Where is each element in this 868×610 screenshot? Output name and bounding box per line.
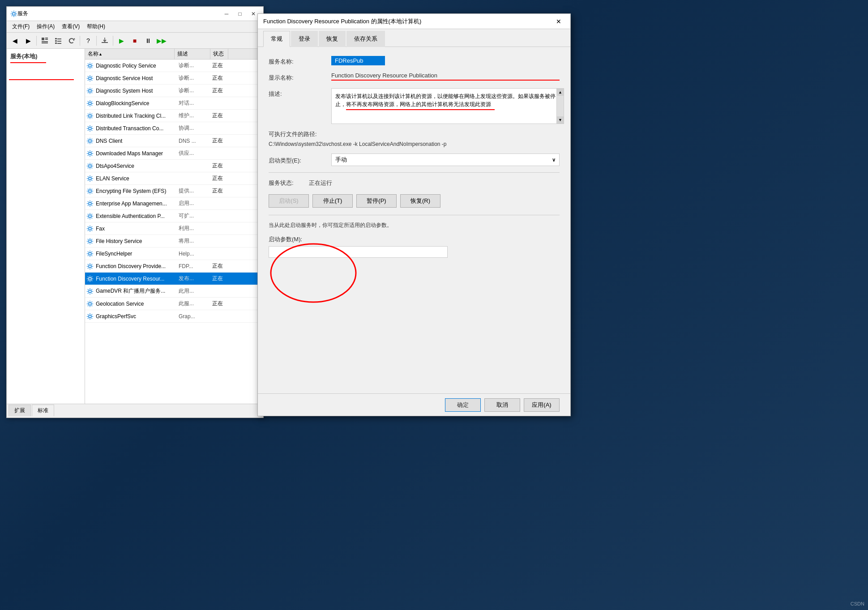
svg-point-0: [13, 13, 15, 15]
display-name-row: 显示名称: Function Discovery Resource Public…: [269, 72, 560, 82]
service-gear-icon: [86, 149, 94, 158]
service-desc-text: 此用...: [179, 287, 212, 295]
toolbar-stop[interactable]: ■: [128, 34, 141, 47]
tab-extended[interactable]: 扩展: [9, 405, 31, 416]
service-desc-text: 诊断...: [179, 62, 212, 69]
toolbar-forward[interactable]: ▶: [22, 34, 34, 47]
service-desc-text: 此服...: [179, 300, 212, 307]
toolbar-play[interactable]: ▶: [115, 34, 128, 47]
dialog-tabs: 常规 登录 恢复 依存关系: [258, 29, 570, 47]
startup-type-select[interactable]: 手动 ∨: [331, 154, 560, 166]
description-box: 发布该计算机以及连接到该计算机的资源，以便能够在网络上发现这些资源。如果该服务被…: [331, 88, 564, 124]
header-name[interactable]: 名称 ▲: [85, 49, 175, 59]
toolbar-details[interactable]: [38, 34, 51, 47]
service-status-text: 正在: [212, 162, 230, 170]
service-desc-text: 协调...: [179, 124, 212, 132]
startup-param-input[interactable]: [269, 246, 448, 258]
service-name-text: DNS Client: [96, 138, 179, 144]
svg-point-28: [89, 252, 91, 255]
menu-view[interactable]: 查看(V): [58, 21, 83, 32]
menu-file[interactable]: 文件(F): [9, 21, 33, 32]
menu-bar: 文件(F) 操作(A) 查看(V) 帮助(H): [7, 21, 263, 33]
svg-point-26: [89, 227, 91, 230]
service-item[interactable]: Distributed Transaction Co...协调...: [85, 122, 263, 135]
service-item[interactable]: Extensible Authentication P...可扩...: [85, 210, 263, 222]
start-button[interactable]: 启动(S): [269, 194, 309, 208]
service-status-text: 正在: [212, 187, 230, 195]
toolbar-sep4: [113, 36, 113, 46]
tab-login[interactable]: 登录: [291, 31, 318, 47]
toolbar-restart[interactable]: ▶▶: [155, 34, 168, 47]
toolbar-help[interactable]: ?: [82, 34, 94, 47]
service-list-area[interactable]: 名称 ▲ 描述 状态 Diagnostic Policy Service诊断..…: [85, 49, 263, 404]
service-item[interactable]: GraphicsPerfSvcGrap...: [85, 310, 263, 323]
service-status-value: 正在运行: [309, 179, 332, 187]
service-item[interactable]: Fax利用...: [85, 222, 263, 235]
sidebar-title: 服务(本地): [10, 52, 81, 60]
menu-help[interactable]: 帮助(H): [83, 21, 109, 32]
service-item[interactable]: Enterprise App Managemen...启用...: [85, 197, 263, 210]
service-name-text: Geolocation Service: [96, 301, 179, 307]
toolbar-export[interactable]: [98, 34, 111, 47]
toolbar-pause[interactable]: ⏸: [142, 34, 154, 47]
titlebar-controls: ─ □ ✕: [220, 9, 260, 18]
tab-general[interactable]: 常规: [263, 31, 290, 47]
service-gear-icon: [86, 87, 94, 95]
service-gear-icon: [86, 237, 94, 245]
svg-point-19: [89, 140, 91, 142]
stop-button[interactable]: 停止(T): [312, 194, 353, 208]
scroll-down-button[interactable]: ▼: [557, 116, 564, 124]
service-item[interactable]: Downloaded Maps Manager供应...: [85, 147, 263, 160]
service-item[interactable]: Function Discovery Provide...FDP...正在: [85, 260, 263, 273]
minimize-button[interactable]: ─: [220, 9, 233, 18]
service-desc-text: 利用...: [179, 225, 212, 232]
service-gear-icon: [86, 187, 94, 195]
service-item[interactable]: DNS ClientDNS ...正在: [85, 135, 263, 147]
service-gear-icon: [86, 312, 94, 320]
service-item[interactable]: DialogBlockingService对话...: [85, 97, 263, 110]
service-item[interactable]: Encrypting File System (EFS)提供...正在: [85, 185, 263, 197]
header-desc[interactable]: 描述: [175, 49, 210, 59]
service-status-text: 正在: [212, 275, 230, 282]
service-name-input[interactable]: FDResPub: [331, 56, 385, 65]
service-item[interactable]: Diagnostic Service Host诊断...正在: [85, 72, 263, 85]
services-window: 服务 ─ □ ✕ 文件(F) 操作(A) 查看(V) 帮助(H) ◀ ▶ ?: [6, 6, 264, 418]
service-gear-icon: [86, 74, 94, 82]
scroll-up-button[interactable]: ▲: [557, 89, 564, 96]
service-status-section: 服务状态: 正在运行 启动(S) 停止(T) 暂停(P) 恢复(R): [269, 179, 560, 208]
service-status-text: 正在: [212, 175, 230, 182]
display-name-label: 显示名称:: [269, 72, 331, 82]
service-desc-text: 可扩...: [179, 212, 212, 220]
ok-button[interactable]: 确定: [445, 398, 481, 412]
service-item[interactable]: Distributed Link Tracking Cl...维护...正在: [85, 110, 263, 122]
services-titlebar: 服务 ─ □ ✕: [7, 7, 263, 21]
maximize-button[interactable]: □: [234, 9, 246, 18]
toolbar-back[interactable]: ◀: [9, 34, 21, 47]
tab-recovery[interactable]: 恢复: [319, 31, 346, 47]
tab-standard[interactable]: 标准: [32, 405, 54, 416]
toolbar-refresh[interactable]: [65, 34, 78, 47]
dialog-close-button[interactable]: ✕: [552, 16, 565, 27]
menu-action[interactable]: 操作(A): [33, 21, 58, 32]
service-item[interactable]: FileSyncHelperHelp...: [85, 247, 263, 260]
cancel-button[interactable]: 取消: [484, 398, 520, 412]
svg-rect-12: [102, 42, 108, 43]
svg-point-25: [89, 215, 91, 218]
header-name-text: 名称: [88, 50, 98, 58]
pause-button[interactable]: 暂停(P): [356, 194, 397, 208]
startup-param-label: 启动参数(M):: [269, 235, 560, 243]
service-item[interactable]: GameDVR 和广播用户服务...此用...: [85, 285, 263, 298]
resume-button[interactable]: 恢复(R): [400, 194, 440, 208]
service-item[interactable]: File History Service将用...: [85, 235, 263, 247]
apply-button[interactable]: 应用(A): [524, 398, 560, 412]
toolbar-list[interactable]: [52, 34, 64, 47]
tab-dependencies[interactable]: 依存关系: [346, 31, 385, 47]
header-status[interactable]: 状态: [210, 49, 228, 59]
service-item[interactable]: Diagnostic Policy Service诊断...正在: [85, 60, 263, 72]
service-item[interactable]: Diagnostic System Host诊断...正在: [85, 85, 263, 97]
desc-scrollbar[interactable]: ▲ ▼: [556, 89, 564, 124]
service-item[interactable]: Geolocation Service此服...正在: [85, 298, 263, 310]
service-item[interactable]: ELAN Service正在: [85, 172, 263, 185]
service-item[interactable]: DtsApo4Service正在: [85, 160, 263, 172]
service-item[interactable]: Function Discovery Resour...发布...正在: [85, 273, 263, 285]
